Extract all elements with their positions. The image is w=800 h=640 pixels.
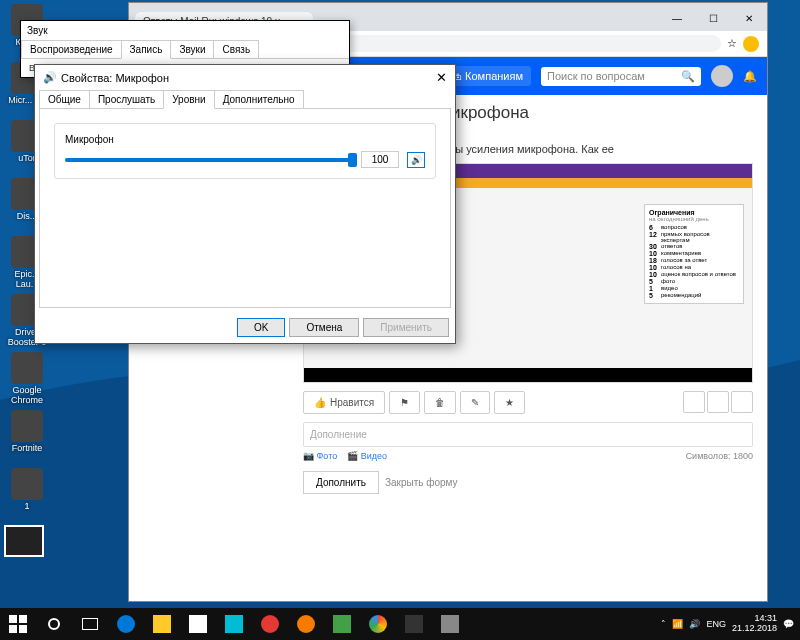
- minimize-icon[interactable]: —: [659, 7, 695, 31]
- limits-panel: Ограничения на сегодняшний день 6вопросо…: [644, 204, 744, 304]
- avatar[interactable]: [711, 65, 733, 87]
- start-button[interactable]: [0, 608, 36, 640]
- thumbnail[interactable]: [4, 525, 44, 557]
- control-panel-icon[interactable]: [432, 608, 468, 640]
- epic-icon[interactable]: [396, 608, 432, 640]
- attach-video[interactable]: 🎬 Видео: [347, 451, 387, 461]
- close-form-link[interactable]: Закрыть форму: [385, 477, 458, 488]
- micprop-tab[interactable]: Общие: [39, 90, 90, 109]
- star-icon[interactable]: ☆: [727, 37, 737, 50]
- sound-tab[interactable]: Запись: [121, 40, 172, 59]
- char-count: Символов: 1800: [686, 451, 753, 461]
- taskbar: ˄ 📶 🔊 ENG 14:3121.12.2018 💬: [0, 608, 800, 640]
- sound-tab[interactable]: Воспроизведение: [21, 40, 122, 58]
- app4-icon[interactable]: [324, 608, 360, 640]
- svg-rect-2: [9, 625, 17, 633]
- search-icon[interactable]: [36, 608, 72, 640]
- app3-icon[interactable]: [288, 608, 324, 640]
- extension-icon[interactable]: [743, 36, 759, 52]
- cancel-button[interactable]: Отмена: [289, 318, 359, 337]
- svg-rect-1: [19, 615, 27, 623]
- svg-rect-0: [9, 615, 17, 623]
- maximize-icon[interactable]: ☐: [695, 7, 731, 31]
- search-input[interactable]: Поиск по вопросам🔍: [541, 67, 701, 86]
- sound-tab[interactable]: Связь: [213, 40, 259, 58]
- edge-icon[interactable]: [108, 608, 144, 640]
- edit-button[interactable]: ✎: [460, 391, 490, 414]
- window-title: Свойства: Микрофон: [61, 72, 169, 84]
- delete-button[interactable]: 🗑: [424, 391, 456, 414]
- sound-tab[interactable]: Звуки: [170, 40, 214, 58]
- volume-icon[interactable]: 🔊: [689, 619, 700, 629]
- social-fb[interactable]: [731, 391, 753, 413]
- tray-chevron-icon[interactable]: ˄: [661, 619, 666, 629]
- star-button[interactable]: ★: [494, 391, 525, 414]
- window-title: Звук: [27, 25, 48, 36]
- speaker-icon: 🔊: [43, 71, 57, 84]
- micprop-tab[interactable]: Уровни: [163, 90, 214, 109]
- flag-button[interactable]: ⚑: [389, 391, 420, 414]
- like-button[interactable]: 👍 Нравится: [303, 391, 385, 414]
- desktop-icon[interactable]: 1: [2, 468, 52, 512]
- mic-level-value[interactable]: 100: [361, 151, 399, 168]
- micprop-tab[interactable]: Дополнительно: [214, 90, 304, 109]
- network-icon[interactable]: 📶: [672, 619, 683, 629]
- language-indicator[interactable]: ENG: [706, 619, 726, 629]
- close-icon[interactable]: ✕: [731, 7, 767, 31]
- submit-button[interactable]: Дополнить: [303, 471, 379, 494]
- notifications-icon[interactable]: 💬: [783, 619, 794, 629]
- mute-toggle-icon[interactable]: 🔊: [407, 152, 425, 168]
- desktop-icon[interactable]: Google Chrome: [2, 352, 52, 406]
- chrome-taskbar-icon[interactable]: [360, 608, 396, 640]
- mic-label: Микрофон: [65, 134, 425, 145]
- attach-photo[interactable]: 📷 Фото: [303, 451, 337, 461]
- desktop-icon[interactable]: Fortnite: [2, 410, 52, 454]
- close-icon[interactable]: ✕: [436, 70, 447, 85]
- store-icon[interactable]: [180, 608, 216, 640]
- social-vk[interactable]: [707, 391, 729, 413]
- mic-properties-window: 🔊 Свойства: Микрофон ✕ ОбщиеПрослушатьУр…: [34, 64, 456, 344]
- comment-input[interactable]: Дополнение: [303, 422, 753, 447]
- micprop-tab[interactable]: Прослушать: [89, 90, 164, 109]
- mic-level-slider[interactable]: [65, 158, 353, 162]
- ok-button[interactable]: OK: [237, 318, 285, 337]
- app1-icon[interactable]: [216, 608, 252, 640]
- bell-icon[interactable]: 🔔: [743, 70, 757, 83]
- explorer-icon[interactable]: [144, 608, 180, 640]
- apply-button[interactable]: Применить: [363, 318, 449, 337]
- clock[interactable]: 14:3121.12.2018: [732, 614, 777, 634]
- svg-rect-3: [19, 625, 27, 633]
- app2-icon[interactable]: [252, 608, 288, 640]
- task-view-icon[interactable]: [72, 608, 108, 640]
- social-ok[interactable]: [683, 391, 705, 413]
